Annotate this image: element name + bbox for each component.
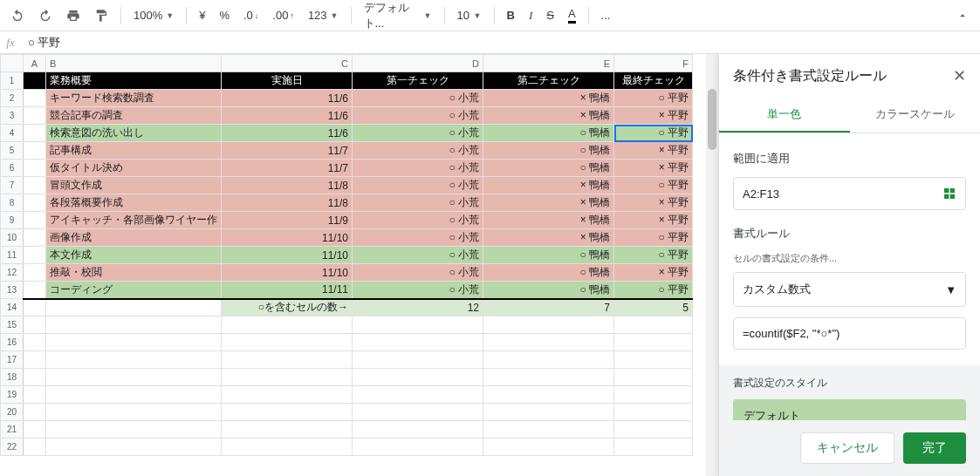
- cell[interactable]: 検索意図の洗い出し: [46, 125, 222, 142]
- cell[interactable]: [614, 404, 693, 421]
- cell[interactable]: [614, 316, 693, 334]
- cell[interactable]: ○ 小荒: [353, 247, 483, 264]
- cell[interactable]: 7: [483, 299, 614, 316]
- cell[interactable]: アイキャッチ・各部画像ワイヤー作: [46, 212, 222, 229]
- cell[interactable]: ○ 鴨橋: [483, 264, 614, 282]
- formula-bar[interactable]: fx ○ 平野: [0, 31, 980, 54]
- cell[interactable]: [222, 369, 353, 386]
- row-header-8[interactable]: 8: [1, 194, 24, 212]
- cell[interactable]: × 鴨橋: [483, 177, 614, 194]
- header-cell[interactable]: 実施日: [222, 72, 353, 90]
- cell[interactable]: 仮タイトル決め: [46, 160, 222, 177]
- tab-color-scale[interactable]: カラースケール: [850, 98, 981, 133]
- style-preview[interactable]: デフォルト: [733, 399, 966, 420]
- cell[interactable]: [24, 316, 46, 334]
- condition-select[interactable]: カスタム数式 ▼: [733, 272, 966, 307]
- cell[interactable]: × 鴨橋: [483, 107, 614, 125]
- cell[interactable]: [614, 369, 693, 386]
- cell[interactable]: [46, 316, 222, 334]
- formula-input[interactable]: =countif($F2, "*○*"): [733, 317, 966, 350]
- cell[interactable]: [222, 439, 353, 456]
- percent-button[interactable]: %: [214, 3, 235, 28]
- cell[interactable]: [24, 247, 46, 264]
- cell[interactable]: ○ 平野: [614, 125, 693, 142]
- print-button[interactable]: [61, 3, 86, 28]
- increase-decimal-button[interactable]: .00↑: [267, 3, 299, 28]
- decrease-decimal-button[interactable]: .0↓: [238, 3, 264, 28]
- cell[interactable]: 5: [614, 299, 693, 316]
- cell[interactable]: × 鴨橋: [483, 212, 614, 229]
- done-button[interactable]: 完了: [903, 432, 966, 464]
- cell[interactable]: ○ 鴨橋: [483, 282, 614, 299]
- cell[interactable]: [614, 421, 693, 439]
- cell[interactable]: [353, 421, 483, 439]
- cell[interactable]: ○ 鴨橋: [483, 247, 614, 264]
- undo-button[interactable]: [5, 3, 30, 28]
- cell[interactable]: [353, 404, 483, 421]
- font-dropdown[interactable]: デフォルト...▼: [359, 3, 437, 28]
- cell[interactable]: [353, 334, 483, 351]
- cell[interactable]: × 平野: [614, 264, 693, 282]
- cell[interactable]: 冒頭文作成: [46, 177, 222, 194]
- cell[interactable]: [46, 404, 222, 421]
- cell[interactable]: 各段落概要作成: [46, 194, 222, 212]
- row-header-17[interactable]: 17: [1, 351, 24, 369]
- cell[interactable]: × 平野: [614, 107, 693, 125]
- cell[interactable]: ○ 平野: [614, 177, 693, 194]
- cell[interactable]: [24, 264, 46, 282]
- cell[interactable]: [24, 125, 46, 142]
- tab-single-color[interactable]: 単一色: [719, 98, 850, 133]
- cell[interactable]: [614, 439, 693, 456]
- cell[interactable]: [222, 334, 353, 351]
- cell[interactable]: [483, 421, 614, 439]
- cell[interactable]: 11/7: [222, 160, 353, 177]
- cell[interactable]: [483, 404, 614, 421]
- select-all[interactable]: [1, 55, 24, 72]
- cell[interactable]: [614, 334, 693, 351]
- cell[interactable]: ○ 鴨橋: [483, 125, 614, 142]
- cell[interactable]: [483, 351, 614, 369]
- cell[interactable]: [24, 351, 46, 369]
- strikethrough-button[interactable]: S: [541, 3, 559, 28]
- cell[interactable]: [24, 90, 46, 107]
- cell[interactable]: ○ 小荒: [353, 125, 483, 142]
- cell[interactable]: × 鴨橋: [483, 229, 614, 247]
- row-header-22[interactable]: 22: [1, 439, 24, 456]
- cell[interactable]: [222, 351, 353, 369]
- row-header-4[interactable]: 4: [1, 125, 24, 142]
- cell[interactable]: [614, 351, 693, 369]
- cell[interactable]: [24, 160, 46, 177]
- header-cell[interactable]: 業務概要: [46, 72, 222, 90]
- cell[interactable]: [46, 386, 222, 404]
- cell[interactable]: [483, 386, 614, 404]
- cell[interactable]: [24, 369, 46, 386]
- row-header-7[interactable]: 7: [1, 177, 24, 194]
- cell[interactable]: 11/10: [222, 264, 353, 282]
- cell[interactable]: × 鴨橋: [483, 90, 614, 107]
- cell[interactable]: 記事構成: [46, 142, 222, 160]
- row-header-1[interactable]: 1: [1, 72, 24, 90]
- paint-format-button[interactable]: [89, 3, 113, 28]
- cell[interactable]: キーワード検索数調査: [46, 90, 222, 107]
- cell[interactable]: [222, 316, 353, 334]
- cell[interactable]: ○ 小荒: [353, 264, 483, 282]
- cell[interactable]: ○ 平野: [614, 229, 693, 247]
- redo-button[interactable]: [33, 3, 58, 28]
- cell[interactable]: [222, 421, 353, 439]
- cell[interactable]: ○ 小荒: [353, 194, 483, 212]
- cancel-button[interactable]: キャンセル: [800, 432, 894, 464]
- range-input[interactable]: A2:F13: [733, 177, 966, 210]
- cell[interactable]: ○ 小荒: [353, 142, 483, 160]
- cell[interactable]: 11/8: [222, 177, 353, 194]
- font-size-dropdown[interactable]: 10▼: [452, 3, 487, 28]
- italic-button[interactable]: I: [524, 3, 538, 28]
- cell[interactable]: 11/8: [222, 194, 353, 212]
- row-header-14[interactable]: 14: [1, 299, 24, 316]
- cell[interactable]: [222, 386, 353, 404]
- cell[interactable]: コーディング: [46, 282, 222, 299]
- cell[interactable]: [24, 334, 46, 351]
- cell[interactable]: [483, 334, 614, 351]
- cell[interactable]: 推敲・校閲: [46, 264, 222, 282]
- cell[interactable]: ○ 鴨橋: [483, 160, 614, 177]
- row-header-18[interactable]: 18: [1, 369, 24, 386]
